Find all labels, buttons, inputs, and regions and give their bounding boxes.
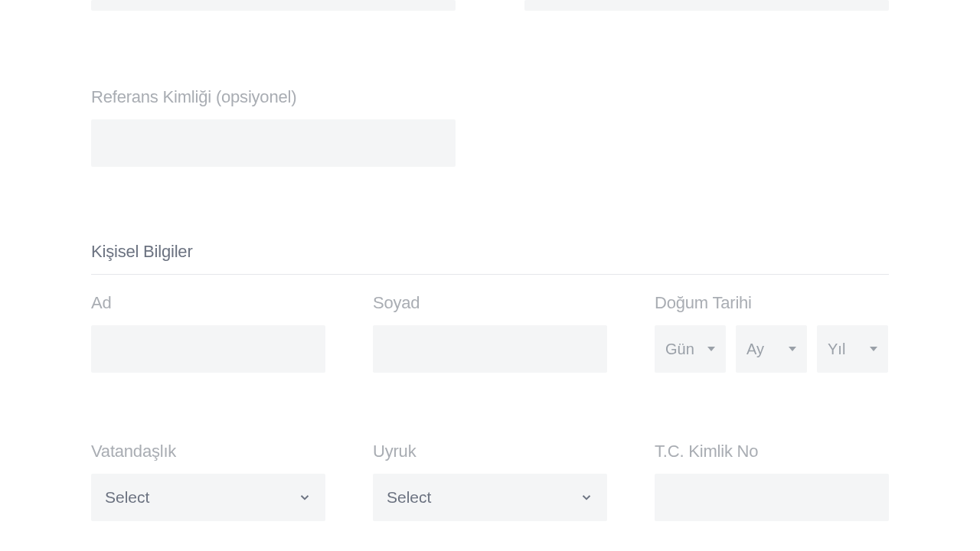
birth-day-select[interactable]: Gün — [655, 325, 726, 373]
top-field-right — [524, 0, 889, 11]
tc-id-label: T.C. Kimlik No — [655, 442, 889, 461]
section-title-personal: Kişisel Bilgiler — [91, 242, 889, 275]
citizenship-select[interactable]: Select — [91, 474, 325, 521]
citizenship-label: Vatandaşlık — [91, 442, 325, 461]
birth-year-select[interactable]: Yıl — [817, 325, 888, 373]
birth-day-placeholder: Gün — [665, 341, 694, 358]
birth-month-select[interactable]: Ay — [736, 325, 807, 373]
first-name-label: Ad — [91, 293, 325, 313]
last-name-label: Soyad — [373, 293, 607, 313]
reference-id-label: Referans Kimliği (opsiyonel) — [91, 87, 889, 107]
nationality-value: Select — [387, 488, 431, 507]
birth-year-placeholder: Yıl — [828, 341, 845, 358]
birth-date-label: Doğum Tarihi — [655, 293, 889, 313]
nationality-label: Uyruk — [373, 442, 607, 461]
caret-down-icon — [707, 347, 715, 351]
citizenship-value: Select — [105, 488, 149, 507]
caret-down-icon — [789, 347, 796, 351]
chevron-down-icon — [298, 491, 312, 504]
caret-down-icon — [870, 347, 877, 351]
birth-month-placeholder: Ay — [746, 341, 764, 358]
reference-id-input[interactable] — [91, 119, 456, 167]
top-field-left — [91, 0, 456, 11]
chevron-down-icon — [580, 491, 593, 504]
last-name-input[interactable] — [373, 325, 607, 373]
tc-id-input[interactable] — [655, 474, 889, 521]
first-name-input[interactable] — [91, 325, 325, 373]
nationality-select[interactable]: Select — [373, 474, 607, 521]
